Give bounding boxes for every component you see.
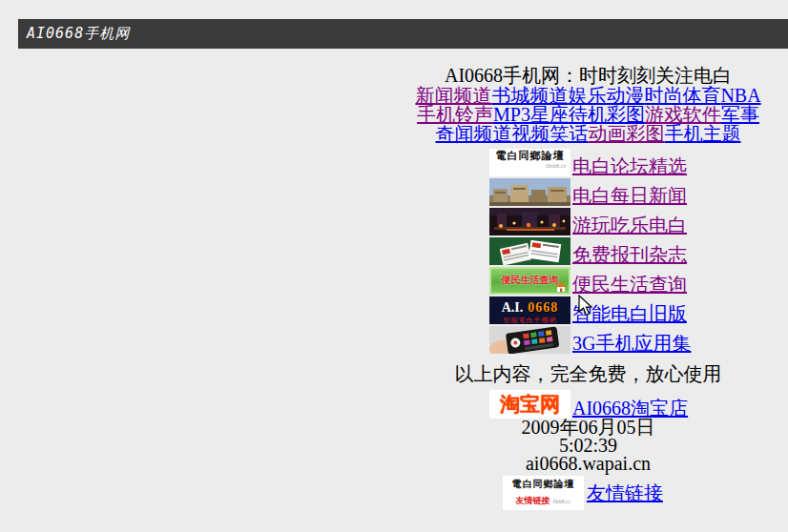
- link-life-services[interactable]: 便民生活查询: [572, 274, 687, 295]
- city-day-graphic: [489, 178, 570, 206]
- main-content: AI0668手机网：时时刻刻关注电白 新闻频道书城频道娱乐动漫时尚体育NBA 手…: [388, 65, 788, 510]
- city-night-graphic: [489, 208, 570, 235]
- link-friend-links[interactable]: 友情链接: [587, 482, 663, 503]
- nav-link-software[interactable]: 软件: [683, 104, 721, 125]
- link-daily-news[interactable]: 电白每日新闻: [572, 185, 687, 206]
- nav-link-fashion[interactable]: 时尚: [644, 85, 682, 106]
- nav-links-row-1: 新闻频道书城频道娱乐动漫时尚体育NBA: [388, 86, 788, 105]
- taobao-row: 淘宝网 AI0668淘宝店: [489, 388, 788, 419]
- nav-link-odd-news[interactable]: 奇闻频道: [436, 123, 512, 144]
- footer-row: 電白同鄉論壇 友情链接 0bb8.cc 友情链接: [503, 476, 788, 510]
- newspapers-photo[interactable]: [489, 237, 570, 265]
- nav-link-nba[interactable]: NBA: [720, 85, 760, 106]
- link-free-magazines[interactable]: 免费报刊杂志: [572, 244, 687, 265]
- list-item: 免费报刊杂志: [489, 235, 788, 265]
- nav-link-jokes[interactable]: 笑话: [550, 123, 589, 144]
- forum-banner-caption: 0bb8.cc: [489, 162, 570, 170]
- ai-brand-subtitle: 智能電白手機網: [489, 317, 570, 324]
- taobao-logo-image[interactable]: 淘宝网: [489, 390, 570, 419]
- newspapers-graphic: [489, 237, 570, 265]
- list-item: 电白每日新闻: [489, 176, 788, 206]
- free-content-notice: 以上内容，完全免费，放心使用: [388, 364, 788, 383]
- life-services-banner-image[interactable]: 便民生活查询: [489, 267, 570, 295]
- ai-brand-number: 0668: [528, 300, 558, 315]
- nav-link-mp3[interactable]: MP3: [493, 104, 530, 125]
- 3g-phone-graphic: [489, 326, 570, 354]
- 3g-phone-photo[interactable]: [489, 326, 570, 354]
- list-item: 便民生活查询 便民生活查询: [489, 265, 788, 295]
- page-title: AI0668手机网: [18, 25, 130, 43]
- friend-links-banner-image[interactable]: 電白同鄉論壇 友情链接 0bb8.cc: [503, 476, 584, 510]
- friend-links-banner-title: 電白同鄉論壇: [503, 478, 584, 491]
- window-title-bar: AI0668手机网: [18, 19, 788, 49]
- thumbnail-link-list: 電白同鄉論壇 0bb8.cc 电白论坛精选: [489, 147, 788, 354]
- link-forum-highlights[interactable]: 电白论坛精选: [572, 155, 687, 176]
- list-item: 電白同鄉論壇 0bb8.cc 电白论坛精选: [489, 147, 788, 176]
- site-tagline: AI0668手机网：时时刻刻关注电白: [388, 65, 788, 86]
- link-old-version-site[interactable]: 智能电白旧版: [572, 303, 687, 324]
- list-item: A.I. 0668 智能電白手機網 智能电白旧版: [489, 295, 788, 324]
- nav-link-animation[interactable]: 动画: [589, 123, 627, 144]
- dianbai-city-night-photo[interactable]: [489, 208, 570, 235]
- nav-link-military[interactable]: 军事: [721, 104, 759, 125]
- friend-links-banner-caption: 0bb8.cc: [553, 492, 571, 510]
- nav-link-phone-themes[interactable]: 手机主题: [665, 123, 741, 144]
- nav-link-book-channel[interactable]: 书城频道: [491, 85, 568, 106]
- list-item: 游玩吃乐电白: [489, 206, 788, 235]
- list-item: 3G手机应用集: [489, 324, 788, 354]
- nav-link-entertainment-anime[interactable]: 娱乐动漫: [568, 85, 644, 106]
- site-url: ai0668.wapai.cn: [388, 455, 788, 473]
- link-fun-food-travel[interactable]: 游玩吃乐电白: [572, 215, 687, 235]
- nav-link-ringtones[interactable]: 手机铃声: [417, 104, 493, 125]
- nav-link-games[interactable]: 游戏: [645, 104, 683, 125]
- nav-link-wallpapers[interactable]: 待机彩图: [569, 104, 645, 125]
- nav-link-horoscope[interactable]: 星座: [530, 104, 569, 125]
- friend-links-banner-red-text: 友情链接: [516, 491, 550, 510]
- nav-links-row-3: 奇闻频道视频笑话动画彩图手机主题: [388, 124, 788, 143]
- ai0668-brand-banner-image[interactable]: A.I. 0668 智能電白手機網: [489, 297, 570, 324]
- link-3g-apps[interactable]: 3G手机应用集: [572, 333, 691, 354]
- dianbai-city-day-photo[interactable]: [489, 178, 570, 206]
- ai-brand-letters: A.I.: [502, 300, 524, 315]
- forum-banner-title: 電白同鄉論壇: [489, 150, 570, 162]
- house-icon: [555, 282, 567, 292]
- link-taobao-shop[interactable]: AI0668淘宝店: [572, 398, 688, 419]
- nav-link-sports[interactable]: 体育: [682, 85, 720, 106]
- taobao-logo-text: 淘宝网: [500, 395, 560, 414]
- nav-link-news-channel[interactable]: 新闻频道: [415, 85, 491, 106]
- nav-link-color-pics[interactable]: 彩图: [627, 123, 665, 144]
- nav-links-row-2: 手机铃声MP3星座待机彩图游戏软件军事: [388, 105, 788, 124]
- nav-link-video[interactable]: 视频: [512, 123, 550, 144]
- dianbai-forum-banner-image[interactable]: 電白同鄉論壇 0bb8.cc: [489, 149, 570, 176]
